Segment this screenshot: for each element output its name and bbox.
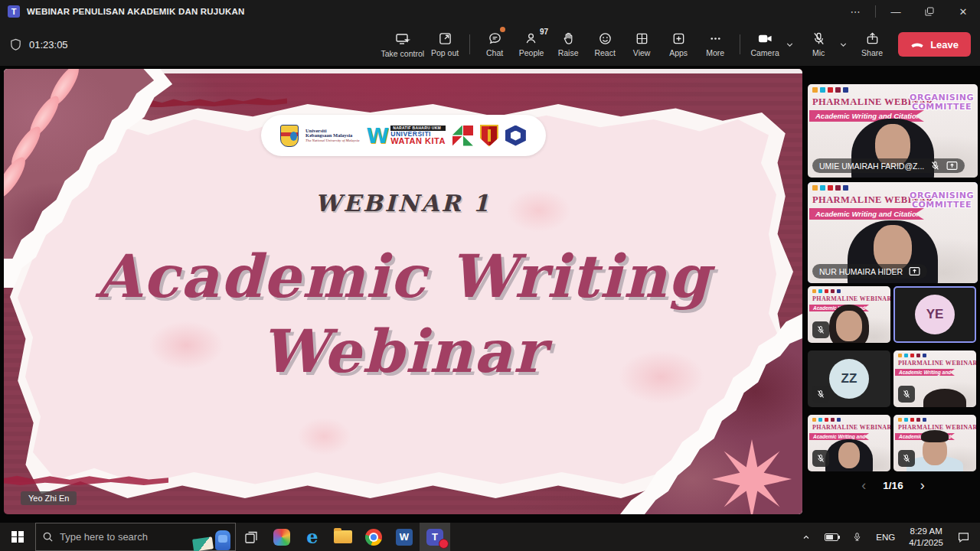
previous-page-chevron[interactable]: ‹: [861, 478, 866, 494]
window-controls: ⋯ — ✕: [838, 0, 980, 23]
react-smiley-icon: [598, 31, 612, 46]
view-button[interactable]: View: [623, 25, 660, 64]
mic-muted-icon: [816, 390, 825, 399]
window-more-icon[interactable]: ⋯: [838, 0, 872, 23]
apps-button[interactable]: Apps: [660, 25, 697, 64]
camera-button[interactable]: Camera: [746, 25, 783, 64]
chat-icon: [488, 31, 502, 46]
copilot-taskbar-icon[interactable]: [266, 523, 297, 551]
starburst-decoration: [712, 439, 792, 514]
meeting-toolbar: 01:23:05 Take control Pop out Chat 97 Pe…: [0, 23, 980, 66]
gallery-pagination: ‹ 1/16 ›: [806, 478, 980, 494]
participant-name-label: NUR HUMAIRA HIDER: [812, 264, 927, 279]
shield-icon: [9, 38, 22, 51]
more-button[interactable]: More: [697, 25, 733, 64]
raise-hand-button[interactable]: Raise: [550, 25, 586, 64]
apps-plus-icon: [671, 31, 686, 46]
action-center-button[interactable]: [952, 523, 975, 551]
paint-streak-top: [142, 96, 287, 107]
participant-tile-video[interactable]: PHARMALINE WEBINAR Academic Writing and …: [808, 415, 890, 471]
search-seasonal-illustration: [193, 530, 230, 550]
faculty-logo-icon: [452, 126, 473, 146]
toolbar-controls: Take control Pop out Chat 97 People Rais…: [379, 25, 972, 64]
organizer-logo-bar: Universiti Kebangsaan Malaysia The Natio…: [261, 115, 546, 156]
share-icon: [865, 31, 880, 46]
folder-icon: [334, 530, 352, 543]
pop-out-icon: [438, 31, 452, 46]
leave-button[interactable]: Leave: [898, 32, 971, 57]
participants-sidebar: PHARMALINE WEBINAR Academic Writing and …: [806, 66, 980, 523]
mic-button[interactable]: Mic: [800, 25, 837, 64]
chat-button[interactable]: Chat: [476, 25, 513, 64]
people-count: 97: [540, 28, 548, 36]
avatar: YE: [915, 295, 955, 334]
word-taskbar-icon[interactable]: W: [389, 523, 420, 551]
chrome-icon: [365, 529, 382, 546]
chrome-taskbar-icon[interactable]: [358, 523, 389, 551]
task-view-icon: [243, 530, 259, 545]
avatar: ZZ: [829, 359, 869, 399]
mic-muted-icon: [902, 390, 911, 399]
webinar-number-label: WEBINAR 1: [4, 190, 802, 217]
people-button[interactable]: 97 People: [513, 25, 550, 64]
ukm-crest-icon: [280, 125, 299, 147]
participant-tile-zz[interactable]: ZZ: [808, 350, 890, 407]
share-button[interactable]: Share: [854, 25, 890, 64]
participant-tile-video[interactable]: PHARMALINE WEBINAR Academic Writing and …: [893, 350, 976, 407]
mic-muted-icon: [930, 161, 940, 171]
mic-muted-icon: [902, 454, 911, 463]
mic-options-chevron[interactable]: [837, 25, 849, 64]
tray-microphone[interactable]: [847, 523, 867, 551]
take-control-button[interactable]: Take control: [379, 25, 427, 64]
task-view-button[interactable]: [236, 523, 266, 551]
watan-kita-label: WATAN KITA: [390, 137, 446, 145]
restore-icon: [925, 7, 934, 16]
book-icon: [192, 536, 214, 551]
vbg-committee-label: ORGANISING COMMITTEE: [910, 93, 974, 111]
file-explorer-taskbar-icon[interactable]: [328, 523, 358, 551]
presenter-name-badge: Yeo Zhi En: [21, 491, 77, 505]
tray-show-hidden-icons[interactable]: [796, 523, 816, 551]
divider: [740, 34, 740, 54]
vbg-logo-strip: [812, 87, 848, 93]
taskbar-clock[interactable]: 8:29 AM 4/1/2025: [903, 523, 949, 551]
participant-tile-ye[interactable]: YE: [893, 286, 976, 343]
edge-taskbar-icon[interactable]: e: [297, 523, 328, 551]
pop-out-button[interactable]: Pop out: [426, 25, 463, 64]
shared-screen-slide: Universiti Kebangsaan Malaysia The Natio…: [4, 69, 802, 514]
slide-title-line2: Webinar: [4, 314, 802, 389]
vbg-subtitle-ribbon: Academic Writing and Citation: [809, 208, 924, 220]
react-button[interactable]: React: [586, 25, 623, 64]
participant-tile-video[interactable]: PHARMALINE WEBINAR Academic Writing and …: [808, 286, 890, 343]
language-indicator[interactable]: ENG: [871, 523, 900, 551]
ukm-name: Universiti Kebangsaan Malaysia: [305, 129, 353, 139]
teams-taskbar-icon[interactable]: T: [420, 523, 450, 551]
raise-hand-icon: [561, 31, 576, 46]
chevron-down-icon: [785, 40, 795, 50]
start-button[interactable]: [0, 523, 35, 551]
pharmaline-logo-icon: [505, 126, 526, 146]
search-input[interactable]: [60, 531, 175, 543]
mic-muted-badge: [812, 386, 829, 403]
battery-status[interactable]: [819, 523, 844, 551]
next-page-chevron[interactable]: ›: [920, 478, 925, 494]
windows-logo-icon: [11, 531, 24, 543]
mic-muted-icon: [816, 454, 825, 463]
participant-tile-nur[interactable]: PHARMALINE WEBINAR Academic Writing and …: [808, 182, 978, 283]
taskbar-search[interactable]: [35, 523, 236, 551]
teams-app-icon: T: [8, 5, 20, 18]
close-button[interactable]: ✕: [946, 0, 980, 23]
watan-w-icon: W: [366, 126, 389, 146]
camera-options-chevron[interactable]: [783, 25, 795, 64]
page-indicator: 1/16: [883, 480, 903, 491]
minimize-button[interactable]: —: [879, 0, 913, 23]
maximize-button[interactable]: [913, 0, 946, 23]
mic-muted-badge: [812, 321, 829, 338]
vbg-committee-label: ORGANISING COMMITTEE: [910, 191, 974, 209]
teams-meeting-window: T WEBINAR PENULISAN AKADEMIK DAN RUJUKAN…: [0, 0, 980, 551]
recording-dot: [439, 539, 449, 549]
mic-muted-badge: [812, 450, 829, 467]
participant-tile-umie[interactable]: PHARMALINE WEBINAR Academic Writing and …: [808, 84, 978, 178]
participant-tile-video[interactable]: PHARMALINE WEBINAR Academic Writing and …: [893, 415, 976, 471]
ukm-subtitle: The National University of Malaysia: [305, 139, 359, 142]
